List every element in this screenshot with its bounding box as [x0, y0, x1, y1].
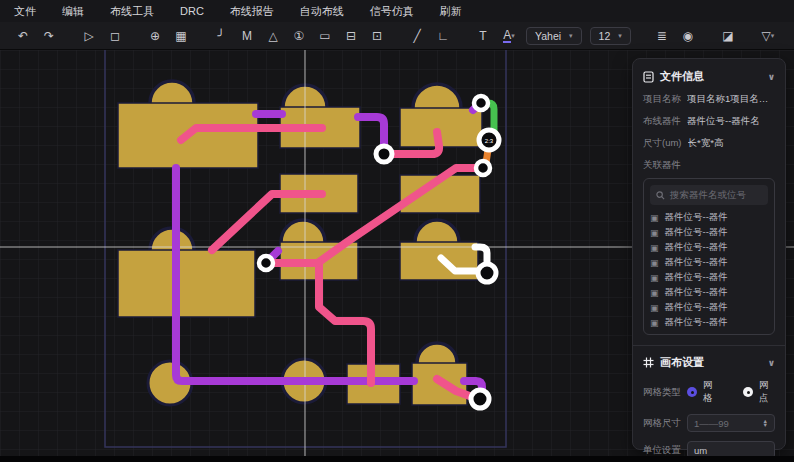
- disc-tool-icon[interactable]: ◉: [677, 26, 699, 46]
- chip-icon: ▣: [650, 303, 659, 313]
- component-list-label: 器件位号--器件: [665, 316, 728, 329]
- right-panel: 文件信息 ∨ 项目名称 项目名称1项目名称1项目名称1项目名称1项... 布线器…: [632, 58, 786, 450]
- panel-divider: [633, 345, 785, 346]
- routing-component-value: 器件位号--器件名: [687, 115, 775, 128]
- text-tool-icon[interactable]: T: [472, 26, 494, 46]
- component-list-item[interactable]: ▣ 器件位号--器件: [650, 315, 768, 330]
- grid-size-row: 网格尺寸 1——99 ▲▼: [643, 414, 775, 432]
- project-name-label: 项目名称: [643, 93, 681, 106]
- component-listbox: 搜索器件名或位号 ▣ 器件位号--器件 ▣ 器件位号--器件 ▣ 器件位号--器…: [643, 178, 775, 335]
- component-list-item[interactable]: ▣ 器件位号--器件: [650, 210, 768, 225]
- via[interactable]: [474, 96, 488, 110]
- toolbar: ↶ ↷ ▷ ◻ ⊕ ▦ ╯ M △ ① ▭ ⊟ ⊡ ╱ ∟ T A ▾ Yahe…: [0, 22, 794, 50]
- dot-radio-label[interactable]: 网点: [759, 379, 775, 405]
- stepper-arrows[interactable]: ▲▼: [763, 419, 768, 428]
- rect-subtract-icon[interactable]: ⊟: [340, 26, 362, 46]
- polyline-tool-icon[interactable]: ∟: [432, 26, 454, 46]
- size-label: 尺寸(um): [643, 137, 682, 150]
- chevron-down-icon: ▾: [771, 32, 775, 39]
- chip-icon: ▣: [650, 243, 659, 253]
- drc-check-icon[interactable]: △: [262, 26, 284, 46]
- grid-size-input[interactable]: 1——99 ▲▼: [687, 414, 775, 432]
- via[interactable]: [471, 390, 489, 408]
- region-tool-icon[interactable]: ▭: [314, 26, 336, 46]
- menu-file[interactable]: 文件: [14, 4, 36, 19]
- grid-radio[interactable]: [687, 387, 697, 397]
- grid-tool-icon[interactable]: ▦: [170, 26, 192, 46]
- size-value: 长*宽*高: [688, 137, 775, 150]
- chip-icon: ▣: [650, 228, 659, 238]
- grid-type-row: 网格类型 网格 网点: [643, 379, 775, 405]
- bus-route-tool-icon[interactable]: M: [236, 26, 258, 46]
- canvas-settings-title: 画布设置: [660, 355, 704, 370]
- eraser-tool-icon[interactable]: ◪: [717, 26, 739, 46]
- cursor-tool-icon[interactable]: ▷: [78, 26, 100, 46]
- menu-signal-sim[interactable]: 信号仿真: [370, 4, 414, 19]
- menu-bar: 文件 编辑 布线工具 DRC 布线报告 自动布线 信号仿真 刷新: [0, 0, 794, 22]
- undo-icon[interactable]: ↶: [12, 26, 34, 46]
- via[interactable]: [376, 146, 392, 162]
- size-row: 尺寸(um) 长*宽*高: [643, 137, 775, 150]
- component-list-label: 器件位号--器件: [665, 256, 728, 269]
- menu-edit[interactable]: 编辑: [62, 4, 84, 19]
- menu-routing-report[interactable]: 布线报告: [230, 4, 274, 19]
- menu-refresh[interactable]: 刷新: [440, 4, 462, 19]
- chevron-down-icon: ▾: [569, 32, 573, 40]
- chip-icon: ▣: [650, 273, 659, 283]
- font-size-select[interactable]: 12 ▾: [590, 27, 631, 45]
- menu-auto-route[interactable]: 自动布线: [300, 4, 344, 19]
- grid-type-label: 网格类型: [643, 386, 681, 399]
- routing-component-label: 布线器件: [643, 115, 681, 128]
- chip-icon: ▣: [650, 288, 659, 298]
- component-search-input[interactable]: 搜索器件名或位号: [650, 185, 768, 205]
- component-list-item[interactable]: ▣ 器件位号--器件: [650, 225, 768, 240]
- component-list-label: 器件位号--器件: [665, 301, 728, 314]
- line-tool-icon[interactable]: ╱: [406, 26, 428, 46]
- component-list-label: 器件位号--器件: [665, 211, 728, 224]
- font-color-button[interactable]: A ▾: [498, 26, 520, 46]
- chevron-down-icon: ▾: [511, 32, 515, 39]
- component-list-item[interactable]: ▣ 器件位号--器件: [650, 285, 768, 300]
- layers-icon[interactable]: ≣: [651, 26, 673, 46]
- file-info-title: 文件信息: [660, 69, 704, 84]
- chip-icon: ▣: [650, 318, 659, 328]
- grid-settings-icon: [643, 357, 654, 368]
- document-icon: [643, 71, 654, 83]
- grid-radio-label[interactable]: 网格: [703, 379, 719, 405]
- component-list-item[interactable]: ▣ 器件位号--器件: [650, 300, 768, 315]
- chevron-down-icon[interactable]: ∨: [768, 72, 775, 82]
- chip-icon: ▣: [650, 213, 659, 223]
- chevron-down-icon[interactable]: ∨: [768, 358, 775, 368]
- file-info-header[interactable]: 文件信息 ∨: [643, 69, 775, 84]
- project-name-value: 项目名称1项目名称1项目名称1项目名称1项...: [687, 93, 775, 106]
- menu-routing-tools[interactable]: 布线工具: [110, 4, 154, 19]
- filter-button[interactable]: ▽ ▾: [757, 26, 779, 46]
- menu-drc[interactable]: DRC: [180, 5, 204, 17]
- info-marker-icon[interactable]: ①: [288, 26, 310, 46]
- unit-label: 单位设置: [643, 444, 681, 457]
- canvas-settings-header[interactable]: 画布设置 ∨: [643, 355, 775, 370]
- via-label: 2:3: [485, 138, 494, 144]
- font-color-icon: A: [503, 29, 511, 43]
- component-list-label: 器件位号--器件: [665, 286, 728, 299]
- component-list-item[interactable]: ▣ 器件位号--器件: [650, 270, 768, 285]
- font-family-value: Yahei: [535, 30, 561, 42]
- redo-icon[interactable]: ↷: [38, 26, 60, 46]
- dot-radio[interactable]: [743, 387, 753, 397]
- rect-inset-icon[interactable]: ⊡: [366, 26, 388, 46]
- unit-value: um: [694, 445, 707, 456]
- search-icon: [656, 191, 665, 200]
- font-family-select[interactable]: Yahei ▾: [526, 27, 582, 45]
- comment-tool-icon[interactable]: ◻: [104, 26, 126, 46]
- component-pad[interactable]: [118, 250, 255, 317]
- trace-tool-icon[interactable]: ╯: [210, 26, 232, 46]
- via[interactable]: [478, 264, 496, 282]
- pad-tool-icon[interactable]: ⊕: [144, 26, 166, 46]
- related-components-row: 关联器件: [643, 159, 775, 172]
- project-name-row: 项目名称 项目名称1项目名称1项目名称1项目名称1项...: [643, 93, 775, 106]
- via[interactable]: [476, 161, 490, 175]
- component-list-item[interactable]: ▣ 器件位号--器件: [650, 255, 768, 270]
- via[interactable]: [259, 256, 273, 270]
- component-list-label: 器件位号--器件: [665, 241, 728, 254]
- component-list-item[interactable]: ▣ 器件位号--器件: [650, 240, 768, 255]
